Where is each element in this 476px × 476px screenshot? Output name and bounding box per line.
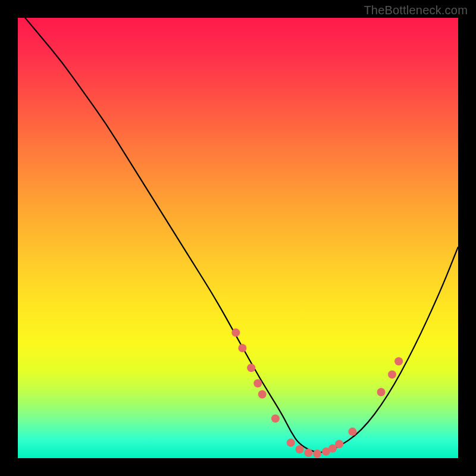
data-marker [304, 449, 312, 457]
data-marker [388, 370, 396, 378]
chart-plot-area [18, 18, 458, 458]
data-markers-group [231, 328, 403, 458]
data-marker [335, 440, 343, 448]
data-marker [328, 444, 337, 453]
data-marker [253, 379, 262, 387]
data-marker [238, 344, 246, 352]
watermark-text: TheBottleneck.com [364, 4, 468, 17]
data-marker [231, 328, 240, 337]
bottleneck-curve-path [18, 18, 458, 452]
data-marker [258, 390, 267, 399]
data-marker [287, 439, 295, 447]
chart-svg [18, 18, 458, 458]
data-marker [348, 428, 356, 436]
data-marker [271, 414, 280, 422]
data-marker [296, 445, 304, 453]
data-marker [394, 357, 403, 365]
data-marker [247, 364, 255, 372]
data-marker [313, 450, 321, 458]
data-marker [377, 388, 386, 396]
data-marker [322, 447, 330, 456]
